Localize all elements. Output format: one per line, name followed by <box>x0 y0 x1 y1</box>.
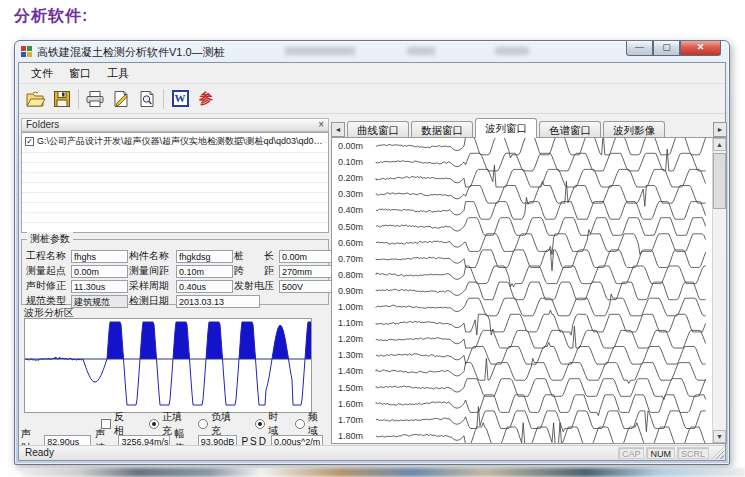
word-icon: W <box>172 90 189 107</box>
folders-close-icon[interactable]: × <box>318 119 324 131</box>
scroll-up-icon[interactable]: ▲ <box>713 138 726 151</box>
depth-label: 0.50m <box>338 222 372 232</box>
waveform-outline <box>25 322 311 405</box>
start-point-field[interactable]: 0.00m <box>71 265 128 278</box>
param-label: 检测日期 <box>129 295 175 308</box>
waveform-trace <box>376 230 706 255</box>
negative-fill-radio[interactable] <box>198 419 208 429</box>
toolbar-separator <box>163 89 164 109</box>
folders-pane-title: Folders <box>26 119 59 130</box>
scroll-down-icon[interactable]: ▼ <box>713 430 726 443</box>
menu-file[interactable]: 文件 <box>23 64 61 83</box>
depth-label: 0.40m <box>338 205 372 215</box>
waveform-trace <box>376 294 706 316</box>
minimize-button[interactable]: — <box>626 41 653 56</box>
param-label: 桩 长 <box>234 250 278 263</box>
vertical-scrollbar[interactable]: ▲ ▼ <box>712 138 726 443</box>
param-label: 构件名称 <box>129 250 175 263</box>
report-button[interactable] <box>108 87 134 111</box>
waveform-trace <box>376 282 706 300</box>
depth-label: 1.30m <box>338 350 372 360</box>
project-name-field[interactable]: fhghs <box>71 250 128 263</box>
tab-wave-train-window[interactable]: 波列窗口 <box>475 118 537 138</box>
positive-fill-radio[interactable] <box>149 419 159 429</box>
window-controls: — ▢ ✕ <box>626 41 721 56</box>
depth-label: 0.30m <box>338 189 372 199</box>
depth-label: 0.10m <box>338 157 372 167</box>
waveform-trace <box>376 250 706 271</box>
sound-time-correction-field[interactable]: 11.30us <box>71 280 128 293</box>
waveform-trace <box>376 149 706 171</box>
waveform-trace <box>376 326 706 348</box>
voltage-field[interactable]: 500V <box>279 280 333 293</box>
tab-data-window[interactable]: 数据窗口 <box>411 121 473 137</box>
depth-label: 1.10m <box>338 318 372 328</box>
status-text: Ready <box>25 447 54 458</box>
freq-domain-radio[interactable] <box>295 419 305 429</box>
parameters-group: 工程名称 fhghs 构件名称 fhgkdsg 桩 长 0.00m 测量起点 0… <box>21 239 329 305</box>
status-key-num: NUM <box>646 447 675 459</box>
scrollbar-thumb[interactable] <box>713 153 726 209</box>
status-key-scrl: SCRL <box>677 447 709 459</box>
param-label: 工程名称 <box>26 250 70 263</box>
tab-scroll-left-button[interactable]: ◄ <box>331 122 345 137</box>
maximize-button[interactable]: ▢ <box>653 41 680 56</box>
waveform-trace <box>376 379 706 400</box>
tab-scroll-right-button[interactable]: ► <box>713 122 727 137</box>
resize-grip-icon[interactable] <box>712 447 724 459</box>
save-button[interactable] <box>49 87 75 111</box>
menu-window[interactable]: 窗口 <box>61 64 99 83</box>
param-label: 跨 距 <box>234 265 278 278</box>
waveform-trace <box>376 395 706 416</box>
tree-item[interactable]: ✓ G:\公司产品设计开发\超声仪器\超声仪实地检测数据\测桩qd\qd03\q… <box>25 135 325 148</box>
waveform-trace <box>376 310 706 335</box>
depth-label: 1.40m <box>338 366 372 376</box>
page-title: 分析软件: <box>14 6 88 27</box>
blur-artifact <box>407 47 435 55</box>
tree-item-checkbox[interactable]: ✓ <box>25 137 34 146</box>
blur-artifact <box>285 47 355 55</box>
tab-wave-train-image[interactable]: 波列影像 <box>603 121 665 137</box>
folders-tree: ✓ G:\公司产品设计开发\超声仪器\超声仪实地检测数据\测桩qd\qd03\q… <box>21 132 329 233</box>
tab-spectrum-window[interactable]: 色谱窗口 <box>539 121 601 137</box>
span-field[interactable]: 270mm <box>279 265 333 278</box>
waveform-trace <box>376 218 706 236</box>
folders-pane-header: Folders × <box>21 118 329 132</box>
param-label: 声时修正 <box>26 280 70 293</box>
preview-button[interactable] <box>134 87 160 111</box>
depth-label: 0.70m <box>338 254 372 264</box>
save-icon <box>53 90 71 108</box>
waveform-trace <box>376 197 706 219</box>
depth-label: 0.80m <box>338 270 372 280</box>
desktop-background-sliver <box>22 468 745 477</box>
tab-curve-window[interactable]: 曲线窗口 <box>347 121 409 137</box>
print-button[interactable] <box>82 87 108 111</box>
app-window: 高铁建混凝土检测分析软件V1.0—测桩 — ▢ ✕ 文件 窗口 工具 <box>14 40 730 465</box>
open-button[interactable] <box>23 87 49 111</box>
doc-magnifier-icon <box>138 90 156 108</box>
status-keys: CAP NUM SCRL <box>618 447 709 459</box>
parameters-button[interactable]: 参 <box>193 87 219 111</box>
component-name-field[interactable]: fhgkdsg <box>176 250 233 263</box>
status-bar: Ready CAP NUM SCRL <box>19 445 725 460</box>
sampling-period-field[interactable]: 0.40us <box>176 280 233 293</box>
interval-field[interactable]: 0.10m <box>176 265 233 278</box>
printer-icon <box>85 90 105 108</box>
waveform-trace <box>376 342 706 364</box>
menu-bar: 文件 窗口 工具 <box>19 63 725 84</box>
menu-tools[interactable]: 工具 <box>99 64 137 83</box>
wave-train-area: ▲ ▼ 0.00m0.10m0.20m0.30m0.40m0.50m0.60m0… <box>331 137 727 444</box>
waveform-trace <box>376 165 706 187</box>
waveform-trace <box>376 266 706 287</box>
doc-pen-icon <box>112 90 130 108</box>
close-button[interactable]: ✕ <box>680 41 721 56</box>
toolbar-separator <box>78 89 79 109</box>
standard-type-field[interactable]: 建筑规范 <box>71 295 128 308</box>
tab-strip: ◄ 曲线窗口 数据窗口 波列窗口 色谱窗口 波列影像 ► <box>331 117 727 137</box>
depth-label: 0.90m <box>338 286 372 296</box>
status-key-cap: CAP <box>618 447 645 459</box>
pile-length-field[interactable]: 0.00m <box>279 250 333 263</box>
word-export-button[interactable]: W <box>167 87 193 111</box>
time-domain-radio[interactable] <box>255 419 265 429</box>
test-date-field[interactable]: 2013.03.13 <box>176 295 260 308</box>
